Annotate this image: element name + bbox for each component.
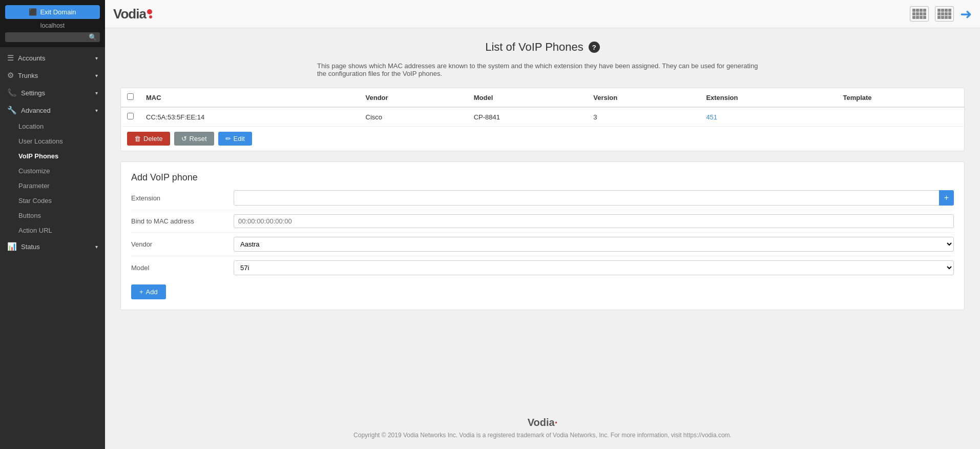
exit-domain-button[interactable]: ⬛ Exit Domain xyxy=(5,5,100,19)
search-input[interactable] xyxy=(8,33,89,41)
grid-view-button-1[interactable] xyxy=(910,6,929,22)
form-row-model: Model 57i55i51iCP-8841CP-7965VVX 400 xyxy=(131,260,954,279)
trunks-label: Trunks xyxy=(18,72,38,79)
table-body: CC:5A:53:5F:EE:14 Cisco CP-8841 3 451 xyxy=(121,107,964,127)
sidebar-item-customize[interactable]: Customize xyxy=(0,164,105,178)
extension-add-button[interactable]: + xyxy=(939,190,954,206)
logo-dot-small xyxy=(149,15,152,18)
sidebar-item-trunks[interactable]: ⚙ Trunks ▾ xyxy=(0,67,105,84)
star-codes-label: Star Codes xyxy=(18,197,52,205)
accounts-label: Accounts xyxy=(18,54,45,62)
model-label: Model xyxy=(131,264,234,272)
select-all-checkbox[interactable] xyxy=(127,93,134,100)
form-row-vendor: Vendor AastraCiscoPolycomYealinkSnomGran… xyxy=(131,237,954,256)
delete-icon: 🗑 xyxy=(134,135,141,142)
row-model: CP-8841 xyxy=(468,107,588,127)
trunks-caret: ▾ xyxy=(95,73,98,78)
delete-label: Delete xyxy=(143,135,163,142)
extension-input[interactable] xyxy=(234,190,940,206)
extension-link[interactable]: 451 xyxy=(706,113,717,121)
settings-icon: 📞 xyxy=(7,88,17,97)
add-phone-button[interactable]: + Add xyxy=(131,284,166,299)
status-caret: ▾ xyxy=(95,244,98,250)
sidebar-item-action-url[interactable]: Action URL xyxy=(0,223,105,238)
sidebar-item-star-codes[interactable]: Star Codes xyxy=(0,193,105,208)
sidebar-item-voip-phones[interactable]: VoIP Phones xyxy=(0,149,105,164)
advanced-caret: ▾ xyxy=(95,108,98,113)
row-checkbox[interactable] xyxy=(127,113,134,119)
search-icon[interactable]: 🔍 xyxy=(89,33,97,41)
mac-input[interactable] xyxy=(234,214,954,228)
sidebar-item-status[interactable]: 📊 Status ▾ xyxy=(0,238,105,255)
table-header-check xyxy=(121,88,140,107)
exit-domain-label: Exit Domain xyxy=(40,8,76,16)
logout-button[interactable]: ➜ xyxy=(960,6,972,23)
sidebar-item-user-locations[interactable]: User Locations xyxy=(0,134,105,149)
form-row-extension: Extension + xyxy=(131,190,954,210)
parameter-label: Parameter xyxy=(18,182,50,190)
col-vendor: Vendor xyxy=(360,88,468,107)
sidebar: ⬛ Exit Domain localhost 🔍 ☰ Accounts ▾ ⚙… xyxy=(0,0,105,449)
action-url-label: Action URL xyxy=(18,227,52,234)
footer-dot: · xyxy=(555,417,558,428)
footer-copyright: Copyright © 2019 Vodia Networks Inc. Vod… xyxy=(115,432,970,439)
customize-label: Customize xyxy=(18,167,50,175)
grid-view-button-2[interactable] xyxy=(935,6,954,22)
model-control: 57i55i51iCP-8841CP-7965VVX 400 xyxy=(234,260,954,275)
table-row: CC:5A:53:5F:EE:14 Cisco CP-8841 3 451 xyxy=(121,107,964,127)
row-vendor: Cisco xyxy=(360,107,468,127)
vendor-label: Vendor xyxy=(131,240,234,248)
table-header: MAC Vendor Model Version Extension Templ… xyxy=(121,88,964,107)
reset-button[interactable]: ↺ Reset xyxy=(174,132,214,146)
location-label: Location xyxy=(18,123,44,130)
table-action-buttons: 🗑 Delete ↺ Reset ✏ Edit xyxy=(121,127,964,151)
row-mac: CC:5A:53:5F:EE:14 xyxy=(140,107,360,127)
add-label: Add xyxy=(146,288,158,296)
logo-dot-big xyxy=(147,9,152,14)
delete-button[interactable]: 🗑 Delete xyxy=(127,132,170,146)
top-bar-logo: Vodia xyxy=(113,6,152,22)
model-select[interactable]: 57i55i51iCP-8841CP-7965VVX 400 xyxy=(234,260,954,275)
extension-label: Extension xyxy=(131,194,234,202)
advanced-label: Advanced xyxy=(21,107,51,114)
sidebar-item-advanced[interactable]: 🔧 Advanced ▾ xyxy=(0,101,105,119)
col-version: Version xyxy=(587,88,700,107)
exit-icon: ⬛ xyxy=(29,8,37,16)
col-extension: Extension xyxy=(700,88,837,107)
vendor-select[interactable]: AastraCiscoPolycomYealinkSnomGrandstream xyxy=(234,237,954,252)
sidebar-item-location[interactable]: Location xyxy=(0,119,105,134)
page-main: List of VoIP Phones ? This page shows wh… xyxy=(105,28,980,406)
footer-logo-text: Vodia· xyxy=(528,417,558,428)
edit-button[interactable]: ✏ Edit xyxy=(218,132,252,146)
edit-icon: ✏ xyxy=(225,135,231,142)
col-template: Template xyxy=(837,88,964,107)
accounts-caret: ▾ xyxy=(95,55,98,61)
phones-table-container: MAC Vendor Model Version Extension Templ… xyxy=(120,88,965,151)
reset-label: Reset xyxy=(190,135,207,142)
sidebar-item-parameter[interactable]: Parameter xyxy=(0,178,105,193)
status-label: Status xyxy=(21,243,40,251)
main-content: Vodia ➜ xyxy=(105,0,980,449)
page-description: This page shows which MAC addresses are … xyxy=(312,62,773,77)
page-title-row: List of VoIP Phones ? xyxy=(120,40,965,54)
hostname-label: localhost xyxy=(40,22,65,29)
extension-control: + xyxy=(234,190,954,206)
col-mac: MAC xyxy=(140,88,360,107)
sidebar-item-buttons[interactable]: Buttons xyxy=(0,208,105,223)
edit-label: Edit xyxy=(234,135,245,142)
sidebar-item-settings[interactable]: 📞 Settings ▾ xyxy=(0,84,105,101)
row-template xyxy=(837,107,964,127)
sidebar-search-box[interactable]: 🔍 xyxy=(5,32,100,42)
status-icon: 📊 xyxy=(7,242,17,251)
add-voip-phone-form: Add VoIP phone Extension + Bind to MAC a… xyxy=(120,161,965,310)
help-icon[interactable]: ? xyxy=(589,42,600,53)
logo-dots xyxy=(147,9,152,18)
settings-label: Settings xyxy=(21,89,45,97)
voip-phones-label: VoIP Phones xyxy=(18,152,58,160)
accounts-icon: ☰ xyxy=(7,53,14,63)
sidebar-item-accounts[interactable]: ☰ Accounts ▾ xyxy=(0,49,105,67)
buttons-label: Buttons xyxy=(18,212,41,219)
row-check xyxy=(121,107,140,127)
reset-icon: ↺ xyxy=(181,135,187,142)
main-nav: ☰ Accounts ▾ ⚙ Trunks ▾ 📞 Settings ▾ 🔧 A… xyxy=(0,47,105,257)
